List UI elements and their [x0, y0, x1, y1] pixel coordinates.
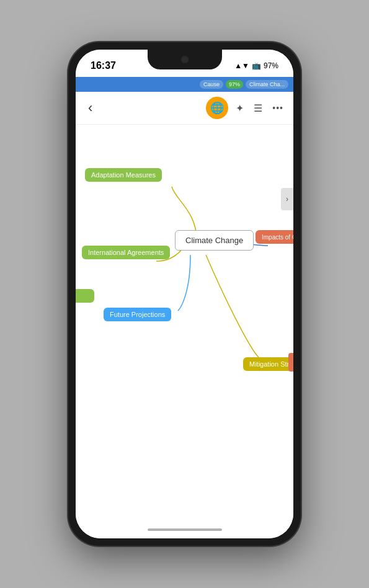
signal-icon: ▲▼ — [234, 61, 249, 70]
home-indicator — [76, 521, 293, 538]
phone-frame: 16:37 ▲▼ 📺 97% Cause 97% Climate Cha... — [68, 42, 301, 546]
camera-notch — [148, 50, 222, 69]
header-icons: ✦ ☰ ••• — [236, 102, 283, 114]
climate-text: Climate Cha... — [249, 81, 285, 87]
side-arrow-button[interactable]: › — [281, 188, 293, 210]
causes-label-partial: s — [76, 305, 88, 317]
status-time: 16:37 — [91, 60, 116, 71]
future-node[interactable]: Future Projections — [104, 308, 171, 321]
mitigation-node[interactable]: Mitigation Strategies — [243, 357, 293, 371]
battery-icon: 97% — [264, 61, 278, 70]
causes-node[interactable]: s — [76, 289, 94, 303]
mindmap-canvas: Climate Change Adaptation Measures Inter… — [76, 125, 293, 521]
list-icon[interactable]: ☰ — [254, 102, 262, 114]
edge-indicator — [288, 353, 293, 372]
connector-lines — [76, 125, 293, 521]
adaptation-node[interactable]: Adaptation Measures — [85, 168, 162, 182]
logo-icon: 🌐 — [206, 97, 228, 119]
cause-pill: Cause — [200, 80, 223, 89]
tv-icon: 📺 — [252, 61, 261, 70]
more-icon[interactable]: ••• — [272, 103, 283, 113]
notification-bar: Cause 97% Climate Cha... — [76, 77, 293, 92]
cause-text: Cause — [203, 81, 220, 87]
wand-icon[interactable]: ✦ — [236, 102, 244, 114]
app-header: ‹ 🌐 ✦ ☰ ••• — [76, 92, 293, 125]
camera-dot — [181, 56, 189, 63]
status-icons: ▲▼ 📺 97% — [234, 61, 278, 70]
impacts-node[interactable]: Impacts of Climate Chang — [256, 230, 293, 244]
status-bar: 16:37 ▲▼ 📺 97% — [76, 50, 293, 77]
home-bar — [148, 528, 222, 531]
percentage-text: 97% — [229, 81, 240, 87]
phone-screen: 16:37 ▲▼ 📺 97% Cause 97% Climate Cha... — [76, 50, 293, 538]
international-node[interactable]: International Agreements — [82, 246, 170, 259]
back-button[interactable]: ‹ — [86, 97, 95, 118]
percentage-pill: 97% — [226, 80, 243, 89]
globe-icon: 🌐 — [210, 101, 224, 115]
center-node[interactable]: Climate Change — [175, 230, 254, 251]
climate-pill: Climate Cha... — [246, 80, 288, 89]
